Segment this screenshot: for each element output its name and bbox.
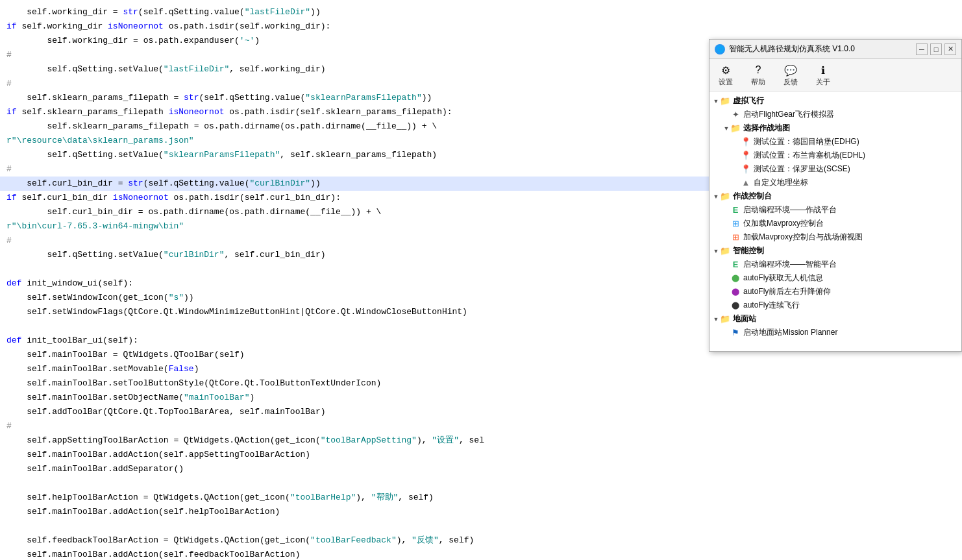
tree-item-label: 加载Mavproxy控制台与战场俯视图 xyxy=(743,232,863,243)
tree-item-smart-control[interactable]: ▼📁智能控制 xyxy=(709,244,961,258)
toolbar-item-about[interactable]: ℹ关于 xyxy=(812,62,834,88)
code-line: self.mainToolBar.addSeparator() xyxy=(0,462,962,476)
tree-item-mission-planner[interactable]: ⚑启动地面站Mission Planner xyxy=(709,326,961,339)
tree-arrow xyxy=(722,274,730,282)
tree-item-custom-location[interactable]: ▲自定义地理坐标 xyxy=(709,176,961,189)
tree-item-icon: ⬤ xyxy=(730,300,741,311)
code-line xyxy=(0,519,962,533)
code-line: self.feedbackToolBarAction = QtWidgets.Q… xyxy=(0,533,962,548)
tree-arrow: ▼ xyxy=(712,315,720,323)
tree-arrow xyxy=(733,152,741,160)
tree-arrow xyxy=(722,111,730,119)
tree-item-icon: Ε xyxy=(730,205,741,215)
tree-item-mavproxy-only[interactable]: ⊞仅加载Mavproxy控制台 xyxy=(709,217,961,230)
code-line: self.mainToolBar.addAction(self.appSetti… xyxy=(0,448,962,462)
tree-arrow xyxy=(722,288,730,296)
tree-item-label: autoFly获取无人机信息 xyxy=(743,273,823,284)
code-line: self.mainToolBar.setMovable(False) xyxy=(0,362,962,376)
tree-item-label: 启动编程环境——智能平台 xyxy=(743,259,837,270)
tree-item-icon: ⬤ xyxy=(730,273,741,284)
about-icon: ℹ xyxy=(816,63,830,77)
code-line: self.mainToolBar.addAction(self.feedback… xyxy=(0,548,962,560)
tree-item-icon: ✦ xyxy=(730,110,741,120)
tree-item-label: 测试位置：保罗里达(SCSE) xyxy=(754,164,850,175)
tree-item-location-edhl[interactable]: 📍测试位置：布兰肯塞机场(EDHL) xyxy=(709,149,961,162)
tree-item-virtual-fly[interactable]: ▼📁虚拟飞行 xyxy=(709,94,961,108)
code-line: self.working_dir = str(self.qSetting.val… xyxy=(0,5,962,19)
titlebar-icon: 🌐 xyxy=(715,44,725,55)
tree-item-icon: 📍 xyxy=(741,137,751,147)
tree-item-label: 地面站 xyxy=(733,313,756,324)
tree-item-autofly-updown[interactable]: ⬤autoFly前后左右升降俯仰 xyxy=(709,285,961,298)
maximize-button[interactable]: □ xyxy=(930,43,942,55)
window-title: 智能无人机路径规划仿真系统 V1.0.0 xyxy=(729,43,916,55)
tree-item-label: 自定义地理坐标 xyxy=(754,177,808,188)
tree-item-icon: ⚑ xyxy=(730,328,741,338)
floating-panel: 🌐 智能无人机路径规划仿真系统 V1.0.0 ─ □ ✕ ⚙设置?帮助💬反馈ℹ关… xyxy=(709,39,962,352)
tree-item-icon: 📁 xyxy=(720,314,730,324)
toolbar-item-help[interactable]: ?帮助 xyxy=(747,62,769,88)
tree-item-icon: 📁 xyxy=(720,96,730,106)
code-line: self.mainToolBar.setObjectName("mainTool… xyxy=(0,391,962,405)
feedback-icon: 💬 xyxy=(783,63,798,77)
window-titlebar: 🌐 智能无人机路径规划仿真系统 V1.0.0 ─ □ ✕ xyxy=(709,40,961,59)
minimize-button[interactable]: ─ xyxy=(916,43,928,55)
tree-arrow xyxy=(733,179,741,187)
app-toolbar: ⚙设置?帮助💬反馈ℹ关于 xyxy=(709,59,961,91)
tree-arrow xyxy=(722,329,730,337)
tree-arrow xyxy=(733,165,741,173)
tree-arrow: ▼ xyxy=(722,125,730,132)
code-line xyxy=(0,476,962,491)
tree-item-autofly-info[interactable]: ⬤autoFly获取无人机信息 xyxy=(709,271,961,285)
tree-item-smart-env[interactable]: Ε启动编程环境——智能平台 xyxy=(709,258,961,271)
tree-item-icon: ▲ xyxy=(741,178,751,188)
code-line: # xyxy=(0,419,962,433)
toolbar-item-settings[interactable]: ⚙设置 xyxy=(715,62,737,88)
tree-arrow: ▼ xyxy=(712,97,720,105)
tree-item-icon: 📍 xyxy=(741,164,751,175)
code-line: self.mainToolBar.addAction(self.helpTool… xyxy=(0,505,962,519)
tree-item-label: 选择作战地图 xyxy=(743,123,790,134)
tree-item-label: autoFly前后左右升降俯仰 xyxy=(743,286,831,297)
tree-arrow xyxy=(722,220,730,228)
navigation-tree[interactable]: ▼📁虚拟飞行✦启动FlightGear飞行模拟器▼📁选择作战地图📍测试位置：德国… xyxy=(709,91,961,351)
tree-item-label: 启动地面站Mission Planner xyxy=(743,327,837,338)
tree-item-flightgear[interactable]: ✦启动FlightGear飞行模拟器 xyxy=(709,108,961,121)
tree-item-start-env[interactable]: Ε启动编程环境——作战平台 xyxy=(709,203,961,217)
tree-item-icon: ⬤ xyxy=(730,287,741,297)
tree-item-combat-station[interactable]: ▼📁作战控制台 xyxy=(709,189,961,203)
code-line: self.helpToolBarAction = QtWidgets.QActi… xyxy=(0,491,962,505)
code-line: self.appSettingToolBarAction = QtWidgets… xyxy=(0,433,962,448)
tree-arrow xyxy=(722,302,730,310)
tree-item-icon: 📁 xyxy=(720,191,730,202)
tree-item-icon: 📁 xyxy=(720,246,730,256)
tree-item-label: 测试位置：德国目纳堡(EDHG) xyxy=(754,136,859,147)
tree-item-icon: Ε xyxy=(730,260,741,270)
tree-item-select-map[interactable]: ▼📁选择作战地图 xyxy=(709,121,961,135)
tree-item-icon: ⊞ xyxy=(730,219,741,229)
feedback-label: 反馈 xyxy=(783,77,798,87)
tree-item-label: 作战控制台 xyxy=(733,191,772,202)
tree-item-label: 启动FlightGear飞行模拟器 xyxy=(743,109,834,120)
code-line: self.mainToolBar.setToolButtonStyle(QtCo… xyxy=(0,376,962,391)
help-icon: ? xyxy=(751,63,765,77)
tree-arrow xyxy=(722,206,730,214)
tree-item-mavproxy-full[interactable]: ⊞加载Mavproxy控制台与战场俯视图 xyxy=(709,230,961,244)
tree-arrow: ▼ xyxy=(712,247,720,255)
tree-item-icon: 📁 xyxy=(730,123,741,134)
tree-item-label: 智能控制 xyxy=(733,245,764,256)
tree-item-ground-station[interactable]: ▼📁地面站 xyxy=(709,312,961,326)
tree-item-label: autoFly连续飞行 xyxy=(743,300,800,311)
settings-label: 设置 xyxy=(719,77,733,87)
tree-arrow: ▼ xyxy=(712,193,720,201)
help-label: 帮助 xyxy=(751,77,765,87)
window-controls: ─ □ ✕ xyxy=(916,43,956,55)
tree-item-label: 测试位置：布兰肯塞机场(EDHL) xyxy=(754,150,865,161)
settings-icon: ⚙ xyxy=(719,63,733,77)
tree-item-location-scse[interactable]: 📍测试位置：保罗里达(SCSE) xyxy=(709,162,961,176)
about-label: 关于 xyxy=(816,77,830,87)
toolbar-item-feedback[interactable]: 💬反馈 xyxy=(780,62,802,88)
tree-item-autofly-cont[interactable]: ⬤autoFly连续飞行 xyxy=(709,298,961,312)
close-button[interactable]: ✕ xyxy=(944,43,956,55)
tree-item-location-edhg[interactable]: 📍测试位置：德国目纳堡(EDHG) xyxy=(709,135,961,149)
